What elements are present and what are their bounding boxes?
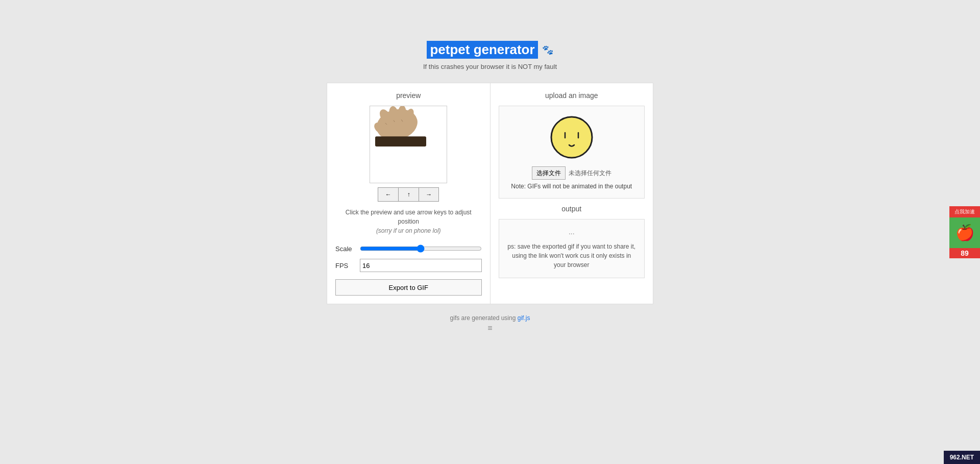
export-gif-button[interactable]: Export to GIF	[335, 279, 482, 296]
output-ellipsis: ...	[507, 228, 636, 236]
footer: gifs are generated using gif.js ≡	[450, 314, 530, 333]
gif-js-link[interactable]: gif.js	[518, 314, 530, 322]
gif-note: Note: GIFs will not be animated in the o…	[511, 183, 632, 190]
side-badge: 点我加速 🍎 89	[949, 206, 980, 258]
scale-slider[interactable]	[360, 243, 482, 254]
badge-top-text: 点我加速	[949, 206, 980, 217]
main-container: preview	[327, 83, 653, 304]
watermark: 962.NET	[944, 451, 980, 464]
hand-preview-svg	[370, 106, 431, 157]
page-title: petpet generator	[427, 41, 537, 59]
scale-row: Scale	[335, 243, 482, 254]
scale-label: Scale	[335, 245, 356, 253]
upload-title: upload an image	[499, 91, 645, 100]
badge-number: 89	[949, 248, 980, 258]
page-wrapper: petpet generator 🐾 If this crashes your …	[0, 0, 980, 353]
right-panel: upload an image 选择文件 未选择任何文件 Note: GIFs …	[491, 83, 653, 304]
title-icon: 🐾	[542, 44, 553, 56]
nav-left-button[interactable]: ←	[378, 187, 398, 202]
svg-rect-6	[375, 136, 426, 146]
adjust-main-text: Click the preview and use arrow keys to …	[335, 208, 482, 226]
output-title: output	[499, 205, 645, 213]
badge-icon: 🍎	[949, 217, 980, 248]
file-upload-row: 选择文件 未选择任何文件	[532, 166, 611, 180]
output-box: ... ps: save the exported gif if you wan…	[499, 219, 645, 278]
output-note: ps: save the exported gif if you want to…	[507, 242, 636, 270]
fps-label: FPS	[335, 262, 356, 270]
fps-row: FPS	[335, 259, 482, 272]
footer-text: gifs are generated using	[450, 314, 518, 322]
preview-title: preview	[335, 91, 482, 100]
adjust-instructions: Click the preview and use arrow keys to …	[335, 208, 482, 235]
nav-right-button[interactable]: →	[419, 187, 439, 202]
fps-input[interactable]	[360, 259, 482, 272]
nav-up-button[interactable]: ↑	[398, 187, 419, 202]
svg-point-10	[551, 117, 592, 158]
file-name-display: 未选择任何文件	[569, 169, 611, 178]
footer-icon: ≡	[450, 324, 530, 333]
choose-file-button[interactable]: 选择文件	[532, 166, 566, 180]
phone-note: (sorry if ur on phone lol)	[335, 226, 482, 235]
subtitle: If this crashes your browser it is NOT m…	[423, 63, 557, 70]
upload-box: 选择文件 未选择任何文件 Note: GIFs will not be anim…	[499, 106, 645, 199]
title-row: petpet generator 🐾	[427, 41, 553, 59]
smiley-face-image	[549, 114, 595, 160]
left-panel: preview	[327, 83, 491, 304]
nav-buttons: ← ↑ →	[335, 187, 482, 202]
preview-canvas[interactable]	[370, 106, 447, 183]
